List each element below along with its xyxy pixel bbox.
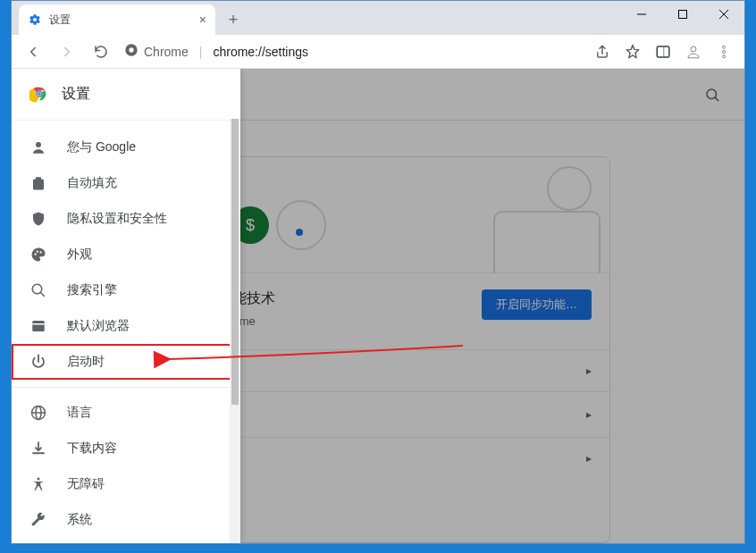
browser-icon — [29, 317, 47, 335]
sidebar-item-accessibility[interactable]: 无障碍 — [12, 466, 240, 502]
tab-title: 设置 — [49, 13, 71, 28]
profile-icon[interactable] — [680, 38, 707, 66]
maximize-button[interactable] — [662, 1, 703, 28]
sidebar-item-on-startup[interactable]: 启动时 — [12, 344, 240, 380]
sidebar-item-you-and-google[interactable]: 您与 Google — [12, 130, 240, 165]
chrome-badge-icon — [124, 43, 139, 60]
gear-icon — [28, 13, 42, 27]
power-icon — [29, 353, 47, 371]
drawer-scrollbar[interactable] — [230, 119, 240, 543]
svg-point-19 — [35, 253, 37, 255]
url-path: chrome://settings — [213, 45, 308, 59]
search-icon — [29, 281, 47, 299]
svg-point-18 — [36, 142, 41, 147]
sidebar-item-label: 下载内容 — [67, 440, 117, 457]
url-chip-label: Chrome — [144, 45, 189, 59]
chrome-logo-icon — [29, 84, 49, 104]
svg-point-28 — [38, 477, 40, 480]
svg-rect-6 — [657, 46, 669, 57]
sidebar-item-search-engine[interactable]: 搜索引擎 — [12, 272, 240, 308]
svg-point-8 — [691, 46, 696, 52]
sidebar-item-appearance[interactable]: 外观 — [12, 237, 240, 272]
reload-button[interactable] — [87, 38, 115, 66]
svg-point-11 — [723, 54, 726, 57]
address-bar[interactable]: Chrome | chrome://settings — [121, 38, 576, 65]
sidebar-item-label: 启动时 — [67, 354, 105, 370]
back-button[interactable] — [19, 38, 47, 66]
drawer-list: 您与 Google自动填充隐私设置和安全性外观搜索引擎默认浏览器启动时语言下载内… — [12, 121, 240, 543]
browser-window: 设置 × + Chrome | chrome://settings — [11, 0, 745, 544]
sidebar-item-languages[interactable]: 语言 — [12, 395, 240, 431]
sidebar-item-autofill[interactable]: 自动填充 — [12, 165, 240, 201]
drawer-title: 设置 — [62, 85, 90, 104]
svg-point-9 — [723, 46, 726, 48]
sidebar-item-label: 隐私设置和安全性 — [67, 211, 167, 227]
svg-point-10 — [723, 50, 726, 53]
sidebar-item-label: 系统 — [67, 512, 92, 528]
settings-drawer: 设置 您与 Google自动填充隐私设置和安全性外观搜索引擎默认浏览器启动时语言… — [12, 69, 240, 543]
browser-toolbar: Chrome | chrome://settings — [12, 35, 744, 69]
svg-point-20 — [37, 250, 38, 252]
svg-point-5 — [129, 47, 133, 52]
wrench-icon — [29, 511, 47, 529]
new-tab-button[interactable]: + — [221, 7, 246, 32]
share-icon[interactable] — [589, 38, 616, 66]
tab-close-icon[interactable]: × — [199, 13, 206, 27]
svg-point-17 — [38, 92, 41, 96]
sidebar-item-default-browser[interactable]: 默认浏览器 — [12, 308, 240, 344]
svg-rect-1 — [679, 11, 687, 19]
side-panel-icon[interactable] — [650, 38, 676, 66]
download-icon — [29, 440, 47, 457]
sidebar-item-label: 外观 — [67, 247, 92, 263]
forward-button[interactable] — [53, 38, 81, 66]
svg-rect-7 — [664, 46, 669, 57]
url-separator: | — [199, 45, 203, 59]
sidebar-item-label: 搜索引擎 — [67, 282, 117, 298]
sidebar-item-privacy[interactable]: 隐私设置和安全性 — [12, 201, 240, 237]
svg-point-21 — [40, 251, 42, 253]
bookmark-icon[interactable] — [619, 38, 646, 66]
sidebar-item-label: 您与 Google — [67, 139, 136, 155]
content-area: $ oogle 的智能技术 性化设置 Chrome 开启同步功能… — [12, 69, 744, 543]
globe-icon — [29, 404, 47, 422]
shield-icon — [29, 210, 47, 228]
palette-icon — [29, 246, 47, 264]
sidebar-item-label: 默认浏览器 — [67, 318, 130, 334]
sidebar-item-label: 语言 — [67, 405, 92, 421]
menu-icon[interactable] — [710, 38, 737, 66]
drawer-divider — [12, 387, 240, 388]
close-button[interactable] — [703, 1, 744, 28]
person-icon — [29, 138, 47, 156]
sidebar-item-label: 自动填充 — [67, 175, 117, 191]
minimize-button[interactable] — [621, 1, 662, 28]
titlebar: 设置 × + — [12, 1, 744, 35]
window-controls — [621, 1, 744, 28]
sidebar-item-system[interactable]: 系统 — [12, 502, 240, 538]
browser-tab[interactable]: 设置 × — [19, 4, 215, 35]
accessibility-icon — [29, 475, 47, 493]
sidebar-item-label: 无障碍 — [67, 476, 105, 492]
clipboard-icon — [29, 174, 47, 192]
sidebar-item-downloads[interactable]: 下载内容 — [12, 431, 240, 466]
drawer-header: 设置 — [12, 69, 240, 121]
